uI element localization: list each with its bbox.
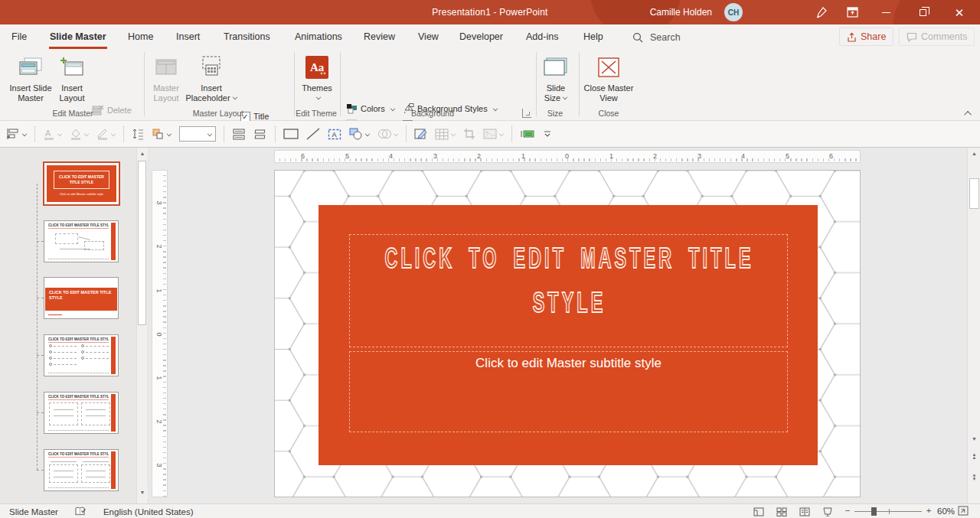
reading-view-button[interactable] <box>796 506 813 517</box>
close-button[interactable]: ✕ <box>946 0 972 24</box>
thumbnail-layout-4[interactable]: CLICK TO EDIT MASTER TITLE STYLE <box>44 392 119 434</box>
distribute-rows-button[interactable] <box>232 125 246 143</box>
line-spacing-button[interactable] <box>132 125 144 143</box>
rectangle-shape-button[interactable] <box>283 125 299 143</box>
toolbar-more-commands-button[interactable] <box>543 125 552 143</box>
scroll-down-arrow[interactable]: ▼ <box>968 433 980 445</box>
ribbon-display-options-icon[interactable] <box>839 0 865 24</box>
thumbnail-panel-scrollbar[interactable]: ▲ ▼ <box>136 148 147 503</box>
align-objects-button[interactable] <box>6 125 27 143</box>
zoom-level-label[interactable]: 60% <box>937 507 955 516</box>
toolbar-separator <box>123 125 124 142</box>
normal-view-button[interactable] <box>750 506 767 517</box>
thumb-sketch <box>86 409 106 410</box>
spell-check-icon[interactable] <box>75 507 87 516</box>
slide-sorter-view-button[interactable] <box>773 506 790 517</box>
scroll-up-arrow[interactable]: ▲ <box>137 148 148 159</box>
tab-developer[interactable]: Developer <box>457 24 505 49</box>
thumbnail-master-slide[interactable]: CLICK TO EDIT MASTER TITLE STYLE Click t… <box>43 161 120 206</box>
tab-transitions[interactable]: Transitions <box>221 24 273 49</box>
thumbnail-layout-1[interactable]: CLICK TO EDIT MASTER TITLE STYLE <box>44 220 119 262</box>
edit-shape-button[interactable] <box>414 125 427 143</box>
thumbnail-layout-5[interactable]: CLICK TO EDIT MASTER TITLE STYLE <box>44 449 119 491</box>
thumbnail-layout-3[interactable]: CLICK TO EDIT MASTER TITLE STYLE <box>44 334 119 376</box>
chevron-down-icon <box>493 106 498 111</box>
tab-view[interactable]: View <box>416 24 441 49</box>
shape-fill-button[interactable] <box>70 125 89 143</box>
scrollbar-thumb[interactable] <box>138 161 146 325</box>
scroll-up-arrow[interactable]: ▲ <box>968 148 980 159</box>
font-color-button[interactable]: A <box>43 125 62 143</box>
scrollbar-thumb[interactable] <box>969 178 979 209</box>
thumbnail-layout-2[interactable]: CLICK TO EDIT MASTER TITLE STYLE <box>44 277 119 319</box>
scroll-down-arrow[interactable]: ▼ <box>137 487 148 498</box>
connector-stub <box>37 355 44 356</box>
master-subtitle-placeholder[interactable]: Click to edit Master subtitle style <box>349 351 788 432</box>
picture-button[interactable] <box>483 125 504 143</box>
thumb-footer-line <box>48 373 109 373</box>
workspace: CLICK TO EDIT MASTER TITLE STYLE Click t… <box>0 148 980 503</box>
minimize-button[interactable] <box>873 0 899 24</box>
thumb-sketch <box>49 350 52 353</box>
previous-slide-button[interactable]: ▲▲ <box>968 451 980 461</box>
thumb-sketch <box>86 358 109 359</box>
tab-help[interactable]: Help <box>581 24 606 49</box>
master-title-placeholder[interactable]: CLICK TO EDIT MASTER TITLE STYLE <box>349 234 788 347</box>
collapse-ribbon-button[interactable] <box>962 108 975 119</box>
text-box-button[interactable]: A <box>328 125 341 143</box>
thumb-sketch <box>54 477 74 477</box>
line-shape-button[interactable] <box>306 125 320 143</box>
horizontal-ruler: 6 5 4 3 2 1 0 1 2 3 4 5 6 <box>274 150 861 163</box>
thumb-accent-bar <box>111 394 116 432</box>
arrange-shapes-button[interactable] <box>152 125 172 143</box>
merge-shapes-button[interactable] <box>377 125 398 143</box>
group-label-size: Size <box>532 109 578 118</box>
ribbon-tab-bar: File Slide Master Home Insert Transition… <box>0 24 980 49</box>
thumb-sketch <box>81 350 84 353</box>
table-button[interactable] <box>435 125 456 143</box>
tab-slide-master[interactable]: Slide Master <box>47 24 109 49</box>
thumb-sketch <box>51 461 77 462</box>
distribute-columns-button[interactable] <box>253 125 267 143</box>
group-label-master-layout: Master Layout <box>168 109 268 118</box>
selection-pane-button[interactable] <box>520 125 535 143</box>
tab-animations[interactable]: Animations <box>292 24 345 49</box>
zoom-in-button[interactable]: + <box>923 506 934 517</box>
shapes-button[interactable] <box>349 125 370 143</box>
ink-pen-icon[interactable] <box>808 0 835 24</box>
fit-slide-to-window-button[interactable] <box>958 506 969 516</box>
next-slide-button[interactable]: ▼▼ <box>968 472 980 483</box>
search-input[interactable]: Search <box>632 28 681 46</box>
crop-button[interactable] <box>463 125 475 143</box>
shape-outline-button[interactable] <box>96 125 116 143</box>
tab-review[interactable]: Review <box>361 24 397 49</box>
slideshow-view-button[interactable] <box>819 506 836 517</box>
group-separator <box>144 52 145 116</box>
vertical-ruler: 3 2 1 0 1 2 3 <box>152 170 168 497</box>
zoom-out-button[interactable]: − <box>842 506 853 517</box>
slide-editing-canvas[interactable]: CLICK TO EDIT MASTER TITLE STYLE Click t… <box>274 170 861 497</box>
toolbar-separator <box>406 125 407 142</box>
tab-add-ins[interactable]: Add-ins <box>524 24 560 49</box>
title-slide-accent-block[interactable]: CLICK TO EDIT MASTER TITLE STYLE Click t… <box>318 205 818 465</box>
share-icon <box>847 32 857 42</box>
tab-insert[interactable]: Insert <box>174 24 202 49</box>
thumb-sketch <box>49 402 78 425</box>
zoom-slider-thumb[interactable] <box>871 507 877 516</box>
restore-button[interactable] <box>910 0 936 24</box>
background-dialog-launcher[interactable] <box>522 109 531 118</box>
master-layout-icon <box>155 53 178 82</box>
toolbar-separator <box>275 125 276 142</box>
chevron-down-icon <box>499 132 504 136</box>
zoom-slider-track[interactable] <box>854 511 922 512</box>
share-button[interactable]: Share <box>839 28 893 46</box>
tab-file[interactable]: File <box>9 24 29 49</box>
font-size-combobox[interactable] <box>179 126 216 142</box>
canvas-vertical-scrollbar[interactable]: ▲ ▼ ▲▲ ▼▼ <box>967 148 980 503</box>
close-master-view-icon <box>597 53 620 82</box>
chevron-down-icon <box>315 95 320 99</box>
tab-home[interactable]: Home <box>126 24 155 49</box>
language-label[interactable]: English (United States) <box>103 507 194 516</box>
avatar[interactable]: CH <box>724 3 743 21</box>
comments-button[interactable]: Comments <box>899 28 975 46</box>
